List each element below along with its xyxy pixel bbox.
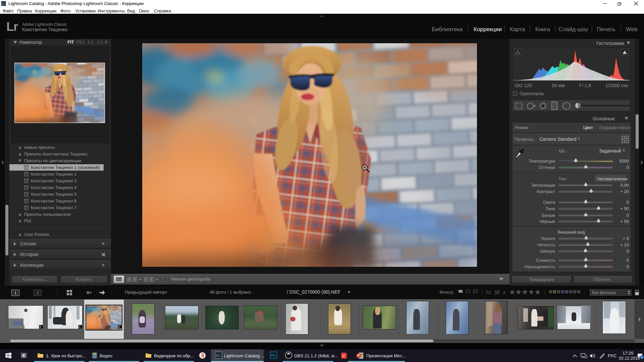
svg-text:Я: Я [342, 354, 345, 358]
svg-text:P: P [357, 354, 360, 358]
